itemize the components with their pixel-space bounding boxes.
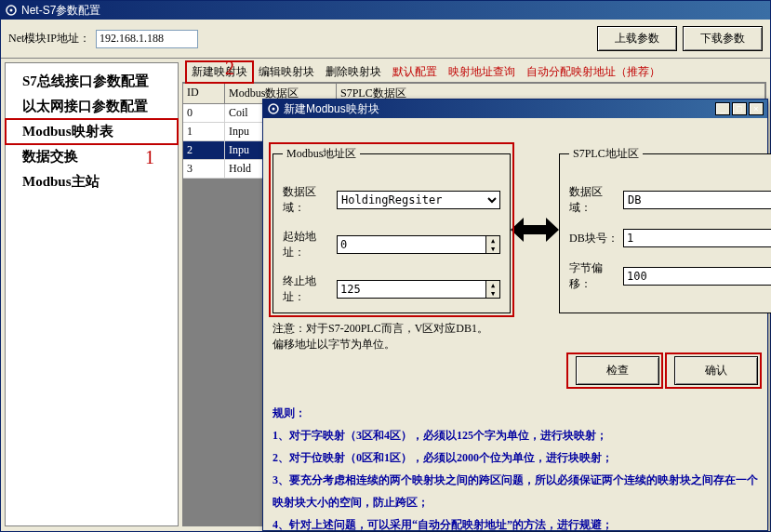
modbus-start-spinner[interactable]: ▲▼ [337, 235, 500, 254]
svg-point-3 [273, 108, 275, 111]
s7-data-area-label: 数据区域： [569, 184, 623, 216]
tool-default-config[interactable]: 默认配置 [387, 61, 443, 83]
s7-offset-input[interactable] [623, 267, 771, 286]
sidebar-item-data-exchange[interactable]: 数据交换 [6, 144, 178, 169]
rule-3: 3、要充分考虑相连续的两个映射块之间的跨区问题，所以必须保证两个连续的映射块之间… [273, 469, 758, 513]
bidirectional-arrow-icon [511, 209, 559, 250]
s7-dbnum-spinner[interactable]: ▲▼ [623, 229, 771, 247]
ip-label: Net模块IP地址： [8, 31, 90, 47]
modbus-start-label: 起始地址： [283, 229, 337, 260]
modbus-end-label: 终止地址： [283, 273, 337, 305]
spin-up-icon[interactable]: ▲ [486, 236, 499, 245]
group-s7-area: S7PLC地址区 数据区域： DB DB块号： ▲▼ 字节偏移： [559, 146, 771, 313]
sidebar-item-modbus-map[interactable]: Modbus映射表 [6, 119, 178, 144]
dialog-new-map: 新建Modbus映射块 _ □ × Modbus地址区 数据区域： Holdin… [262, 99, 768, 531]
modbus-end-spinner[interactable]: ▲▼ [337, 280, 500, 299]
spin-up-icon[interactable]: ▲ [486, 281, 499, 289]
dialog-titlebar[interactable]: 新建Modbus映射块 _ □ × [263, 100, 767, 118]
s7-offset-spinner[interactable]: ▲▼ [623, 267, 771, 286]
upload-button[interactable]: 上载参数 [597, 26, 677, 51]
sidebar-item-modbus-master[interactable]: Modbus主站 [6, 169, 178, 194]
s7-area-legend: S7PLC地址区 [569, 146, 643, 162]
close-icon[interactable]: × [749, 102, 764, 115]
check-btn-frame: 检查 [570, 356, 659, 385]
main-title: Net-S7参数配置 [21, 3, 100, 19]
minimize-icon[interactable]: _ [715, 102, 730, 115]
ok-btn-frame: 确认 [669, 356, 758, 385]
tool-addr-query[interactable]: 映射地址查询 [443, 61, 521, 83]
tool-auto-assign[interactable]: 自动分配映射地址（推荐） [521, 61, 666, 83]
group-modbus-area: Modbus地址区 数据区域： HoldingRegsiter 起始地址： ▲▼… [273, 146, 511, 313]
modbus-area-legend: Modbus地址区 [283, 146, 360, 162]
sidebar-item-ethernet[interactable]: 以太网接口参数配置 [6, 94, 178, 119]
ip-input[interactable] [96, 30, 198, 48]
main-titlebar: Net-S7参数配置 [1, 1, 770, 20]
gear-icon [267, 102, 280, 115]
rule-1: 1、对于字映射（3区和4区），必须以125个字为单位，进行块映射； [273, 424, 758, 446]
rules-text: 规则： 1、对于字映射（3区和4区），必须以125个字为单位，进行块映射； 2、… [273, 402, 758, 532]
modbus-start-input[interactable] [337, 235, 485, 254]
dialog-title: 新建Modbus映射块 [284, 101, 379, 117]
spin-down-icon[interactable]: ▼ [486, 289, 499, 298]
check-button[interactable]: 检查 [576, 356, 659, 385]
tool-new-map[interactable]: 新建映射块 [186, 61, 253, 83]
note-text: 注意：对于S7-200PLC而言，V区对应DB1。 偏移地址以字节为单位。 [273, 321, 758, 352]
sidebar-item-s7bus[interactable]: S7总线接口参数配置 [6, 69, 178, 94]
topbar: Net模块IP地址： 上载参数 下载参数 [1, 20, 770, 59]
modbus-data-area-select[interactable]: HoldingRegsiter [337, 191, 500, 209]
gear-icon [5, 4, 18, 17]
spin-down-icon[interactable]: ▼ [486, 245, 499, 253]
maximize-icon[interactable]: □ [732, 102, 747, 115]
s7-dbnum-label: DB块号： [569, 231, 623, 246]
s7-data-area-select[interactable]: DB [623, 191, 771, 209]
svg-point-1 [10, 9, 13, 12]
sidebar: S7总线接口参数配置 以太网接口参数配置 Modbus映射表 数据交换 Modb… [5, 62, 179, 526]
modbus-data-area-label: 数据区域： [283, 184, 337, 216]
svg-marker-4 [511, 218, 559, 242]
ok-button[interactable]: 确认 [674, 356, 758, 385]
rules-header: 规则： [273, 402, 758, 424]
s7-offset-label: 字节偏移： [569, 260, 623, 292]
tool-delete-map[interactable]: 删除映射块 [320, 61, 387, 83]
col-id[interactable]: ID [183, 84, 225, 103]
modbus-end-input[interactable] [337, 280, 485, 299]
rule-2: 2、对于位映射（0区和1区），必须以2000个位为单位，进行块映射； [273, 446, 758, 469]
download-button[interactable]: 下载参数 [683, 26, 763, 51]
tool-edit-map[interactable]: 编辑映射块 [253, 61, 320, 83]
rule-4: 4、针对上述问题，可以采用“自动分配映射地址”的方法，进行规避； [273, 513, 758, 532]
toolbar: 新建映射块 编辑映射块 删除映射块 默认配置 映射地址查询 自动分配映射地址（推… [182, 62, 766, 83]
s7-dbnum-input[interactable] [623, 229, 771, 247]
